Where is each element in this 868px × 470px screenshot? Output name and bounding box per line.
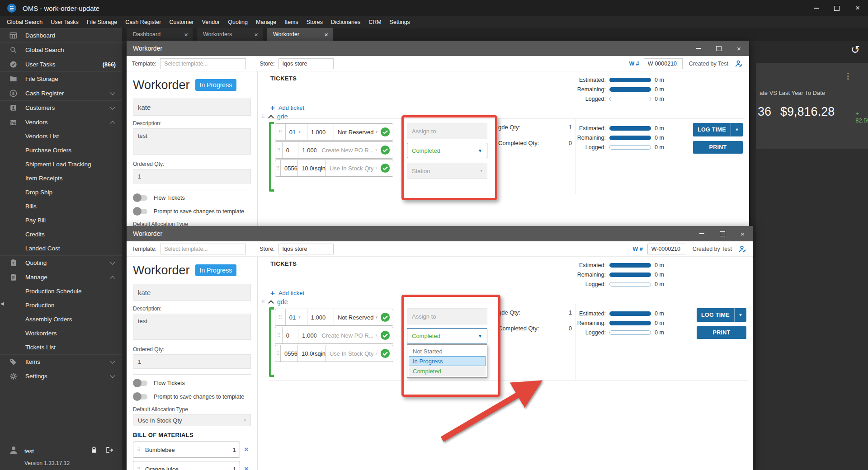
menu-item-user-tasks[interactable]: User Tasks [47, 16, 83, 28]
ticket-status-select[interactable]: Completed▼ [407, 143, 487, 158]
sidebar-item-item-receipts[interactable]: Item Receipts [0, 171, 122, 185]
name-input[interactable] [133, 284, 251, 301]
menu-item-quoting[interactable]: Quoting [224, 16, 252, 28]
station-select[interactable]: Station▾ [407, 163, 487, 179]
sidebar-item-items[interactable]: Items [0, 354, 122, 369]
menu-item-customer[interactable]: Customer [165, 16, 198, 28]
dropdown-option-not-started[interactable]: Not Started [409, 346, 486, 356]
app-minimize-button[interactable] [806, 0, 826, 16]
sidebar-item-vendors-list[interactable]: Vendors List [0, 129, 122, 143]
assign-to-input[interactable] [407, 308, 487, 324]
sidebar-item-bills[interactable]: Bills [0, 199, 122, 213]
drag-handle-icon[interactable]: ⠿ [261, 114, 265, 119]
sidebar-item-tickets-list[interactable]: Tickets List [0, 340, 122, 354]
assign-to-input[interactable] [407, 123, 487, 139]
menu-item-vendor[interactable]: Vendor [198, 16, 224, 28]
allocation-select[interactable]: Use In Stock Qty▾ [133, 414, 251, 426]
sidebar-item-drop-ship[interactable]: Drop Ship [0, 185, 122, 199]
sidebar-item-landed-cost[interactable]: Landed Cost [0, 241, 122, 255]
menu-item-global-search[interactable]: Global Search [3, 16, 47, 28]
tab-workorders[interactable]: Workorders × [197, 28, 263, 41]
drag-handle-icon[interactable]: ⠿ [275, 124, 286, 140]
sidebar-item-dashboard[interactable]: Dashboard [0, 28, 122, 42]
print-button[interactable]: PRINT [693, 141, 743, 154]
log-time-button[interactable]: LOG TIME▼ [693, 123, 743, 136]
ordered-qty-input[interactable] [133, 354, 251, 369]
drag-handle-icon[interactable]: ⠿ [137, 467, 141, 470]
sidebar-item-vendors[interactable]: Vendors [0, 115, 122, 129]
maximize-button[interactable] [712, 226, 732, 241]
drag-handle-icon[interactable]: ⠿ [275, 160, 281, 176]
sidebar-item-file-storage[interactable]: File Storage [0, 71, 122, 86]
tab-close-icon[interactable]: × [254, 31, 258, 38]
close-button[interactable]: × [732, 226, 753, 241]
drag-handle-icon[interactable]: ⠿ [275, 309, 286, 325]
close-button[interactable]: × [729, 41, 749, 56]
window-titlebar[interactable]: Workorder × [127, 226, 753, 241]
drag-handle-icon[interactable]: ⠿ [261, 300, 265, 305]
print-button[interactable]: PRINT [697, 326, 746, 339]
store-input[interactable] [278, 58, 334, 69]
menu-item-crm[interactable]: CRM [364, 16, 385, 28]
window-titlebar[interactable]: Workorder × [127, 41, 749, 56]
prompt-save-toggle[interactable] [134, 394, 147, 400]
chevron-down-icon[interactable]: ▼ [735, 308, 746, 322]
sidebar-item-production[interactable]: Production [0, 298, 122, 312]
add-ticket-link[interactable]: +Add ticket [270, 104, 304, 112]
sidebar-item-credits[interactable]: Credits [0, 227, 122, 241]
menu-item-items[interactable]: Items [280, 16, 302, 28]
sidebar-item-global-search[interactable]: Global Search [0, 42, 122, 57]
dropdown-option-in-progress[interactable]: In Progress [409, 356, 486, 366]
tab-close-icon[interactable]: × [324, 31, 328, 38]
add-ticket-link[interactable]: +Add ticket [270, 289, 304, 297]
lock-icon[interactable] [90, 446, 99, 456]
sidebar-item-cash-register[interactable]: $ Cash Register [0, 86, 122, 100]
sidebar-item-manage[interactable]: Manage [0, 270, 122, 284]
tab-workorder[interactable]: Workorder × [267, 28, 333, 41]
menu-item-dictionaries[interactable]: Dictionaries [327, 16, 364, 28]
drag-handle-icon[interactable]: ⠿ [275, 345, 281, 362]
description-textarea[interactable]: test [133, 128, 251, 155]
menu-item-stores[interactable]: Stores [302, 16, 327, 28]
flow-tickets-toggle[interactable] [134, 195, 147, 201]
logout-icon[interactable] [105, 446, 114, 456]
sidebar-item-pay-bill[interactable]: Pay Bill [0, 213, 122, 227]
menu-item-manage[interactable]: Manage [252, 16, 280, 28]
menu-item-cash-register[interactable]: Cash Register [121, 16, 165, 28]
sidebar-item-workorders[interactable]: Workorders [0, 326, 122, 340]
workorder-number-input[interactable] [644, 58, 683, 69]
name-input[interactable] [133, 99, 251, 116]
app-maximize-button[interactable] [826, 0, 847, 16]
sidebar-collapse-arrow-icon[interactable]: ◀ [0, 301, 4, 306]
menu-item-settings[interactable]: Settings [386, 16, 414, 28]
drag-handle-icon[interactable]: ⠿ [275, 142, 283, 158]
sidebar-item-shipment-load-tracking[interactable]: Shipment Load Tracking [0, 157, 122, 171]
chevron-down-icon[interactable]: ▼ [731, 123, 743, 136]
template-input[interactable] [160, 244, 246, 254]
sidebar-item-assembly-orders[interactable]: Assembly Orders [0, 312, 122, 326]
prompt-save-toggle[interactable] [134, 209, 147, 214]
flow-tickets-toggle[interactable] [134, 381, 147, 386]
sidebar-item-purchase-orders[interactable]: Purchase Orders [0, 143, 122, 157]
description-textarea[interactable]: test [133, 314, 251, 340]
app-close-button[interactable]: × [847, 0, 868, 16]
template-input[interactable] [160, 58, 246, 69]
workorder-number-input[interactable] [647, 244, 686, 254]
drag-handle-icon[interactable]: ⠿ [137, 447, 141, 452]
dropdown-option-completed[interactable]: Completed [409, 366, 486, 376]
remove-icon[interactable]: × [242, 465, 251, 470]
menu-item-file-storage[interactable]: File Storage [83, 16, 121, 28]
refresh-icon[interactable]: ↺ [851, 43, 860, 56]
ticket-status-select[interactable]: Completed▼ [407, 328, 487, 343]
tab-dashboard[interactable]: Dashboard × [127, 28, 193, 41]
minimize-button[interactable] [688, 41, 708, 56]
sidebar-item-user-tasks[interactable]: User Tasks (866) [0, 57, 122, 71]
sidebar-item-production-schedule[interactable]: Production Schedule [0, 284, 122, 298]
sidebar-item-settings[interactable]: Settings [0, 369, 122, 383]
tab-close-icon[interactable]: × [184, 31, 188, 38]
minimize-button[interactable] [692, 226, 712, 241]
log-time-button[interactable]: LOG TIME▼ [697, 308, 746, 322]
drag-handle-icon[interactable]: ⠿ [275, 327, 283, 343]
remove-icon[interactable]: × [242, 445, 251, 454]
sidebar-item-quoting[interactable]: ? Quoting [0, 255, 122, 270]
